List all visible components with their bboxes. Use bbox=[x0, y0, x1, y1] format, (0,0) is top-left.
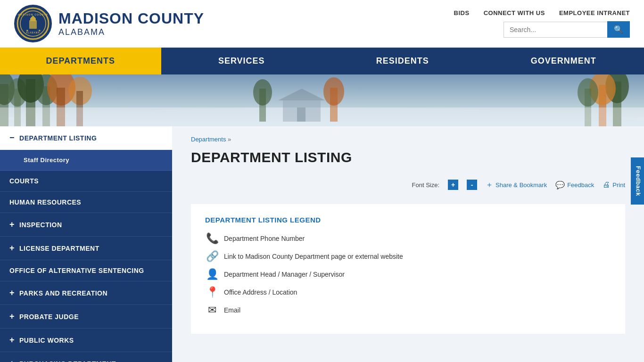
minus-icon: − bbox=[9, 133, 15, 143]
sidebar-item-purchasing[interactable]: + PURCHASING DEPARTMENT bbox=[0, 352, 172, 362]
breadcrumb-departments[interactable]: Departments bbox=[191, 136, 226, 143]
sidebar-item-staff-directory[interactable]: Staff Directory bbox=[0, 150, 172, 171]
search-input[interactable] bbox=[504, 22, 607, 38]
sidebar-item-alternative-sentencing[interactable]: OFFICE OF ALTERNATIVE SENTENCING bbox=[0, 260, 172, 281]
share-icon: ＋ bbox=[486, 180, 493, 190]
phone-icon: 📞 bbox=[205, 232, 219, 245]
search-bar: 🔍 bbox=[504, 21, 630, 38]
svg-point-36 bbox=[323, 77, 344, 106]
plus-icon: + bbox=[9, 335, 15, 345]
legend-section: DEPARTMENT LISTING LEGEND 📞 Department P… bbox=[191, 204, 625, 334]
sidebar-item-human-resources[interactable]: HUMAN RESOURCES bbox=[0, 192, 172, 213]
sidebar-item-license[interactable]: + LICENSE DEPARTMENT bbox=[0, 237, 172, 260]
plus-icon: + bbox=[9, 288, 15, 298]
svg-rect-32 bbox=[297, 107, 305, 122]
sidebar-item-label: OFFICE OF ALTERNATIVE SENTENCING bbox=[9, 267, 144, 274]
header-title-block: MADISON COUNTY ALABAMA bbox=[58, 10, 204, 37]
font-size-label: Font Size: bbox=[412, 181, 440, 189]
sidebar-item-label: DEPARTMENT LISTING bbox=[19, 134, 97, 142]
state-name: ALABAMA bbox=[58, 27, 204, 37]
sidebar-item-label: LICENSE DEPARTMENT bbox=[19, 245, 99, 252]
legend-email-label: Email bbox=[224, 306, 240, 314]
svg-point-28 bbox=[578, 78, 598, 107]
connect-link[interactable]: CONNECT WITH US bbox=[484, 9, 545, 16]
main-layout: − DEPARTMENT LISTING Staff Directory COU… bbox=[0, 126, 644, 362]
plus-icon: + bbox=[9, 243, 15, 253]
sidebar: − DEPARTMENT LISTING Staff Directory COU… bbox=[0, 126, 172, 362]
legend-phone: 📞 Department Phone Number bbox=[205, 232, 611, 245]
print-link[interactable]: 🖨 Print bbox=[603, 181, 625, 189]
svg-rect-29 bbox=[0, 107, 644, 126]
sidebar-item-department-listing[interactable]: − DEPARTMENT LISTING bbox=[0, 126, 172, 150]
legend-address: 📍 Office Address / Location bbox=[205, 286, 611, 298]
sidebar-item-inspection[interactable]: + INSPECTION bbox=[0, 213, 172, 237]
sidebar-item-label: PROBATE JUDGE bbox=[19, 313, 79, 321]
site-header: MADISON COUNTY ★ ★ ALABAMA MADISON COUNT… bbox=[0, 0, 644, 48]
legend-title: DEPARTMENT LISTING LEGEND bbox=[205, 216, 611, 224]
legend-dept-head: 👤 Department Head / Manager / Supervisor bbox=[205, 268, 611, 280]
svg-rect-3 bbox=[29, 20, 37, 29]
sidebar-item-label: COURTS bbox=[9, 177, 39, 185]
sidebar-item-label: PARKS AND RECREATION bbox=[19, 289, 107, 297]
feedback-link[interactable]: 💬 Feedback bbox=[555, 181, 594, 189]
sidebar-item-label: PURCHASING DEPARTMENT bbox=[19, 360, 116, 362]
county-logo: MADISON COUNTY ★ ★ ALABAMA bbox=[14, 5, 52, 42]
search-button[interactable]: 🔍 bbox=[607, 21, 630, 38]
breadcrumb: Departments » bbox=[191, 136, 625, 143]
sidebar-item-label: Staff Directory bbox=[24, 156, 69, 164]
feedback-icon: 💬 bbox=[555, 181, 565, 189]
nav-government[interactable]: GOVERNMENT bbox=[483, 48, 644, 74]
sidebar-item-label: INSPECTION bbox=[19, 221, 62, 229]
bids-link[interactable]: BIDS bbox=[454, 9, 470, 16]
breadcrumb-separator: » bbox=[228, 136, 231, 143]
svg-rect-4 bbox=[30, 18, 36, 21]
person-icon: 👤 bbox=[205, 268, 219, 280]
plus-icon: + bbox=[9, 220, 15, 230]
nav-departments[interactable]: DEPARTMENTS bbox=[0, 48, 161, 74]
page-title: DEPARTMENT LISTING bbox=[191, 149, 625, 165]
county-name: MADISON COUNTY bbox=[58, 10, 204, 27]
legend-link-label: Link to Madison County Department page o… bbox=[224, 253, 403, 260]
legend-email: ✉ Email bbox=[205, 304, 611, 316]
print-icon: 🖨 bbox=[603, 181, 610, 189]
font-increase-button[interactable]: + bbox=[448, 180, 458, 190]
sidebar-item-parks[interactable]: + PARKS AND RECREATION bbox=[0, 281, 172, 305]
top-nav-links: BIDS CONNECT WITH US EMPLOYEE INTRANET bbox=[454, 9, 630, 16]
main-content: Departments » DEPARTMENT LISTING Font Si… bbox=[172, 126, 644, 362]
plus-icon: + bbox=[9, 359, 15, 362]
link-icon: 🔗 bbox=[205, 250, 219, 263]
sidebar-item-courts[interactable]: COURTS bbox=[0, 171, 172, 192]
font-decrease-button[interactable]: - bbox=[467, 180, 477, 190]
sidebar-item-public-works[interactable]: + PUBLIC WORKS bbox=[0, 329, 172, 352]
header-branding: MADISON COUNTY ★ ★ ALABAMA MADISON COUNT… bbox=[14, 5, 204, 42]
legend-address-label: Office Address / Location bbox=[224, 288, 297, 296]
hero-banner bbox=[0, 74, 644, 126]
svg-point-34 bbox=[253, 79, 272, 106]
sidebar-item-label: HUMAN RESOURCES bbox=[9, 198, 81, 206]
location-icon: 📍 bbox=[205, 286, 219, 298]
feedback-tab[interactable]: Feedback bbox=[631, 157, 644, 205]
nav-services[interactable]: SERVICES bbox=[161, 48, 322, 74]
svg-text:ALABAMA: ALABAMA bbox=[26, 32, 40, 34]
header-right: BIDS CONNECT WITH US EMPLOYEE INTRANET 🔍 bbox=[454, 9, 630, 38]
legend-phone-label: Department Phone Number bbox=[224, 235, 305, 242]
sidebar-item-probate-judge[interactable]: + PROBATE JUDGE bbox=[0, 305, 172, 329]
share-bookmark-link[interactable]: ＋ Share & Bookmark bbox=[486, 180, 547, 190]
legend-link: 🔗 Link to Madison County Department page… bbox=[205, 250, 611, 263]
email-icon: ✉ bbox=[205, 304, 219, 316]
content-toolbar: Font Size: + - ＋ Share & Bookmark 💬 Feed… bbox=[191, 180, 625, 190]
legend-dept-head-label: Department Head / Manager / Supervisor bbox=[224, 271, 345, 278]
sidebar-item-label: PUBLIC WORKS bbox=[19, 337, 74, 344]
plus-icon: + bbox=[9, 312, 15, 321]
intranet-link[interactable]: EMPLOYEE INTRANET bbox=[559, 9, 630, 16]
main-nav: DEPARTMENTS SERVICES RESIDENTS GOVERNMEN… bbox=[0, 48, 644, 74]
nav-residents[interactable]: RESIDENTS bbox=[322, 48, 483, 74]
